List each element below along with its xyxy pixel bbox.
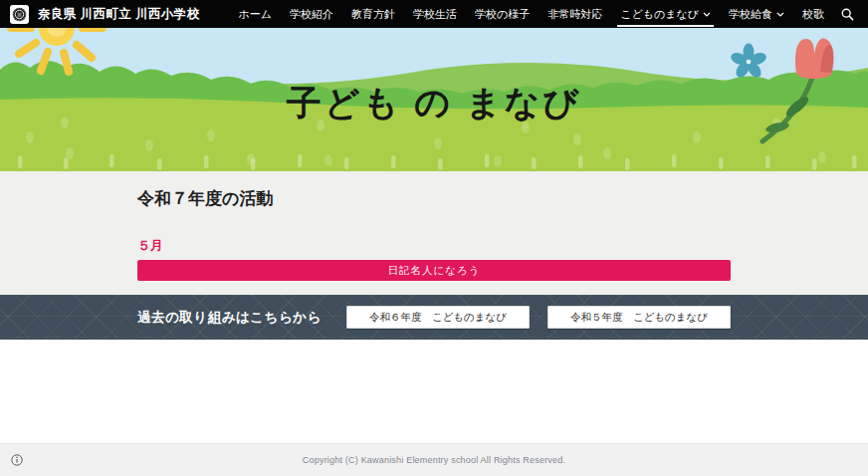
main-content: 令和７年度の活動 ５月 日記名人になろう (0, 171, 868, 295)
site-title[interactable]: 奈良県 川西町立 川西小学校 (38, 6, 200, 23)
archive-band-label: 過去の取り組みはこちらから (137, 309, 346, 327)
info-button[interactable] (9, 452, 25, 468)
main-nav: ホーム 学校紹介 教育方針 学校生活 学校の様子 非常時対応 こどものまなび 学… (229, 0, 858, 28)
archive-r5-button[interactable]: 令和５年度 こどものまなび (547, 306, 731, 329)
nav-item-emergency-response[interactable]: 非常時対応 (539, 0, 611, 28)
blue-flower-icon (730, 44, 768, 81)
hero-banner: 子ども の まなび (0, 28, 868, 171)
nav-item-school-scenes[interactable]: 学校の様子 (466, 0, 539, 28)
top-navigation-bar: 川 奈良県 川西町立 川西小学校 ホーム 学校紹介 教育方針 学校生活 学校の様… (0, 0, 868, 28)
chevron-down-icon (776, 12, 784, 17)
search-glyph (841, 8, 854, 21)
nav-item-school-life[interactable]: 学校生活 (404, 0, 466, 28)
nav-item-school-intro[interactable]: 学校紹介 (281, 0, 342, 28)
school-crest-icon[interactable]: 川 (10, 5, 29, 24)
nav-item-home[interactable]: ホーム (229, 0, 281, 28)
nav-item-school-lunch[interactable]: 学校給食 (720, 0, 793, 28)
content-spacer (0, 340, 868, 443)
month-label: ５月 (137, 238, 731, 253)
archive-r6-button[interactable]: 令和６年度 こどものまなび (346, 306, 530, 329)
info-icon (11, 454, 23, 466)
search-icon[interactable] (833, 0, 858, 28)
archive-band: 過去の取り組みはこちらから 令和６年度 こどものまなび 令和５年度 こどものまな… (0, 295, 868, 340)
nav-item-school-song[interactable]: 校歌 (793, 0, 833, 28)
page: 川 奈良県 川西町立 川西小学校 ホーム 学校紹介 教育方針 学校生活 学校の様… (0, 0, 868, 476)
footer: Copyright (C) Kawanishi Elementry school… (0, 443, 868, 476)
nav-item-education-policy[interactable]: 教育方針 (342, 0, 404, 28)
page-title: 子ども の まなび (0, 80, 868, 126)
section-title: 令和７年度の活動 (137, 171, 731, 210)
nav-item-kodomo-no-manabi[interactable]: こどものまなび (611, 0, 720, 28)
chevron-down-icon (703, 12, 711, 17)
diary-master-button[interactable]: 日記名人になろう (137, 260, 731, 281)
svg-text:川: 川 (17, 11, 23, 17)
copyright-text: Copyright (C) Kawanishi Elementry school… (303, 455, 565, 465)
school-crest-glyph: 川 (12, 7, 27, 22)
